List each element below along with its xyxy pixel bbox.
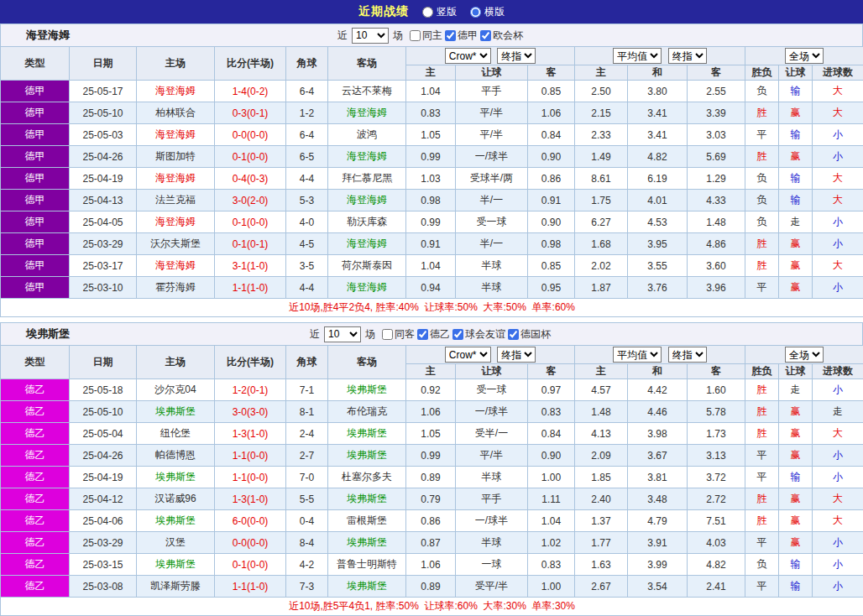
average-odds-select[interactable]: 平均值 [613, 48, 662, 64]
col-result: 胜负 [745, 65, 779, 81]
filter-checkbox[interactable]: 同客 [382, 327, 415, 342]
home-team[interactable]: 柏林联合 [137, 102, 215, 124]
filter-checkbox-label: 德国杯 [520, 327, 551, 342]
home-team[interactable]: 海登海姆 [137, 211, 215, 233]
away-team[interactable]: 埃弗斯堡 [328, 445, 406, 467]
home-team[interactable]: 海登海姆 [137, 168, 215, 190]
team-section-home: 海登海姆 近 10 场 同主德甲欧会杯 类型 日期 主场 比分(半场) 角球 客… [0, 23, 863, 317]
fulltime-select[interactable]: 全场 [785, 347, 824, 363]
avg-away-odds: 4.86 [688, 233, 745, 255]
match-date: 25-04-06 [70, 510, 137, 532]
avg-home-odds: 1.77 [575, 532, 628, 554]
filter-checkbox[interactable]: 德乙 [417, 327, 450, 342]
avg-away-odds: 7.51 [688, 510, 745, 532]
home-team[interactable]: 埃弗斯堡 [137, 401, 215, 423]
home-team[interactable]: 凯泽斯劳滕 [137, 576, 215, 598]
asian-final-odds-select[interactable]: 终指 [497, 347, 536, 363]
filter-checkbox-input[interactable] [417, 329, 428, 340]
away-team[interactable]: 勒沃库森 [328, 211, 406, 233]
home-team[interactable]: 纽伦堡 [137, 423, 215, 445]
bookmaker-select[interactable]: Crow* [445, 48, 491, 64]
match-score: 6-0(0-0) [215, 510, 286, 532]
away-team[interactable]: 云达不莱梅 [328, 81, 406, 102]
away-team[interactable]: 波鸿 [328, 124, 406, 146]
avg-away-odds: 5.78 [688, 401, 745, 423]
asian-home-odds: 1.06 [406, 554, 456, 576]
match-row: 德甲25-05-10柏林联合0-3(0-1)1-2海登海姆0.83平/半1.06… [1, 102, 863, 124]
away-team[interactable]: 埃弗斯堡 [328, 488, 406, 510]
away-team[interactable]: 布伦瑞克 [328, 401, 406, 423]
home-team[interactable]: 海登海姆 [137, 81, 215, 102]
away-team[interactable]: 海登海姆 [328, 102, 406, 124]
filter-checkbox[interactable]: 德甲 [445, 29, 478, 43]
home-team[interactable]: 汉诺威96 [137, 488, 215, 510]
col-asia-handicap: 让球 [456, 65, 528, 81]
home-team[interactable]: 海登海姆 [137, 124, 215, 146]
filter-checkbox-input[interactable] [452, 329, 463, 340]
horizontal-layout-radio-input[interactable] [470, 7, 481, 18]
euro-final-odds-select[interactable]: 终指 [668, 48, 707, 64]
asian-away-odds: 0.86 [528, 168, 575, 190]
away-team[interactable]: 埃弗斯堡 [328, 532, 406, 554]
home-team[interactable]: 霍芬海姆 [137, 277, 215, 299]
result-handicap: 赢 [779, 233, 813, 255]
away-team[interactable]: 埃弗斯堡 [328, 423, 406, 445]
vertical-layout-radio[interactable]: 竖版 [422, 5, 457, 19]
away-team[interactable]: 普鲁士明斯特 [328, 554, 406, 576]
asian-away-odds: 1.00 [528, 467, 575, 488]
match-row: 德甲25-03-29沃尔夫斯堡0-1(0-1)4-5海登海姆0.91半/一0.9… [1, 233, 863, 255]
league-badge: 德甲 [1, 146, 70, 168]
away-team[interactable]: 海登海姆 [328, 146, 406, 168]
result-handicap: 赢 [779, 146, 813, 168]
asian-away-odds: 0.91 [528, 190, 575, 211]
league-badge: 德甲 [1, 233, 70, 255]
euro-final-odds-select[interactable]: 终指 [668, 347, 707, 363]
away-team[interactable]: 海登海姆 [328, 233, 406, 255]
avg-home-odds: 4.13 [575, 423, 628, 445]
vertical-layout-radio-input[interactable] [422, 7, 433, 18]
filter-checkbox-input[interactable] [508, 329, 519, 340]
filter-checkbox[interactable]: 同主 [410, 29, 442, 43]
match-count-select[interactable]: 10 [352, 28, 389, 44]
avg-draw-odds: 3.41 [628, 102, 688, 124]
col-result: 胜负 [745, 364, 779, 379]
home-team[interactable]: 埃弗斯堡 [137, 510, 215, 532]
asian-home-odds: 1.03 [406, 168, 456, 190]
matches-label: 场 [393, 29, 403, 43]
home-team[interactable]: 法兰克福 [137, 190, 215, 211]
away-team[interactable]: 拜仁慕尼黑 [328, 168, 406, 190]
home-team[interactable]: 沃尔夫斯堡 [137, 233, 215, 255]
home-team[interactable]: 埃弗斯堡 [137, 554, 215, 576]
filter-checkbox-input[interactable] [410, 30, 421, 41]
away-team[interactable]: 埃弗斯堡 [328, 379, 406, 401]
home-team[interactable]: 海登海姆 [137, 255, 215, 277]
filter-checkbox[interactable]: 球会友谊 [452, 327, 505, 342]
fulltime-header: 全场 [745, 47, 863, 65]
home-team[interactable]: 斯图加特 [137, 146, 215, 168]
filter-checkbox[interactable]: 欧会杯 [480, 29, 523, 43]
away-team[interactable]: 海登海姆 [328, 277, 406, 299]
horizontal-layout-radio[interactable]: 横版 [470, 5, 505, 19]
home-team[interactable]: 帕德博恩 [137, 445, 215, 467]
home-team[interactable]: 埃弗斯堡 [137, 467, 215, 488]
match-row: 德甲25-04-13法兰克福3-0(2-0)5-3海登海姆0.98半/一0.91… [1, 190, 863, 211]
filter-checkbox-input[interactable] [382, 329, 393, 340]
away-team[interactable]: 海登海姆 [328, 190, 406, 211]
filter-checkbox-input[interactable] [480, 30, 491, 41]
filter-checkbox[interactable]: 德国杯 [508, 327, 551, 342]
filter-checkbox-input[interactable] [445, 30, 456, 41]
bookmaker-select[interactable]: Crow* [445, 347, 491, 363]
corner-count: 5-5 [286, 488, 328, 510]
fulltime-select[interactable]: 全场 [785, 48, 824, 64]
average-odds-select[interactable]: 平均值 [613, 347, 662, 363]
match-count-select[interactable]: 10 [324, 326, 361, 342]
match-date: 25-03-08 [70, 576, 137, 598]
avg-draw-odds: 4.01 [628, 190, 688, 211]
away-team[interactable]: 荷尔斯泰因 [328, 255, 406, 277]
home-team[interactable]: 汉堡 [137, 532, 215, 554]
away-team[interactable]: 雷根斯堡 [328, 510, 406, 532]
home-team[interactable]: 沙尔克04 [137, 379, 215, 401]
away-team[interactable]: 杜塞尔多夫 [328, 467, 406, 488]
away-team[interactable]: 埃弗斯堡 [328, 576, 406, 598]
asian-final-odds-select[interactable]: 终指 [497, 48, 536, 64]
